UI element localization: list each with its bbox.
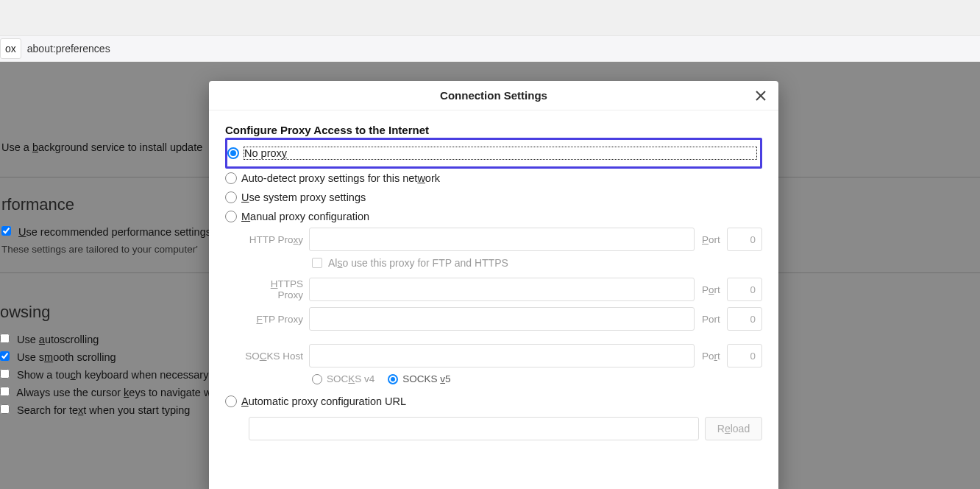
url-text: about:preferences xyxy=(21,43,116,54)
perf-recommended-label: Use recommended performance settings xyxy=(18,226,211,238)
socks-port-label: Port xyxy=(702,351,724,362)
radio-socks-v5[interactable]: SOCKS v5 xyxy=(388,373,450,384)
preferences-page-dimmed: Use a background service to install upda… xyxy=(0,62,980,489)
connection-settings-dialog: Connection Settings Configure Proxy Acce… xyxy=(209,81,778,489)
reload-label: Reload xyxy=(717,423,750,435)
socks-v5-label: SOCKS v5 xyxy=(402,373,450,384)
checkbox-icon xyxy=(312,258,322,268)
http-port-label: Port xyxy=(702,234,724,245)
radio-icon xyxy=(225,211,237,222)
dialog-title: Connection Settings xyxy=(440,89,547,102)
radio-icon xyxy=(225,172,237,184)
radio-socks-v4[interactable]: SOCKS v4 xyxy=(312,373,374,384)
socks-host-input[interactable] xyxy=(309,344,695,367)
radio-auto-config-url[interactable]: Automatic proxy configuration URL xyxy=(225,392,762,411)
radio-manual-proxy[interactable]: Manual proxy configuration xyxy=(225,207,762,226)
smooth-checkbox xyxy=(0,351,10,361)
socks-host-label: SOCKS Host xyxy=(243,351,306,362)
ftp-proxy-label: FTP Proxy xyxy=(243,314,306,325)
perf-recommended-checkbox xyxy=(1,226,11,236)
http-proxy-input[interactable] xyxy=(309,228,695,251)
radio-icon xyxy=(225,191,237,203)
ftp-port-input[interactable] xyxy=(727,307,762,331)
searchtext-checkbox xyxy=(0,404,10,414)
cursorkeys-checkbox xyxy=(0,387,10,396)
share-proxy-checkbox-row[interactable]: Also use this proxy for FTP and HTTPS xyxy=(312,257,762,269)
socks-v4-label: SOCKS v4 xyxy=(327,373,374,384)
radio-no-proxy-label: No proxy xyxy=(244,147,757,160)
https-proxy-input[interactable] xyxy=(309,278,695,301)
close-icon xyxy=(756,91,766,101)
http-port-input[interactable] xyxy=(727,228,762,251)
https-port-label: Port xyxy=(702,284,724,295)
radio-no-proxy[interactable]: No proxy xyxy=(227,143,757,163)
ftp-proxy-input[interactable] xyxy=(309,307,695,331)
reload-button[interactable]: Reload xyxy=(705,417,762,440)
radio-icon xyxy=(225,395,237,407)
no-proxy-highlight: No proxy xyxy=(225,138,762,169)
radio-icon xyxy=(312,374,322,384)
radio-icon xyxy=(388,374,398,384)
socks-port-input[interactable] xyxy=(727,344,762,367)
radio-system-proxy[interactable]: Use system proxy settings xyxy=(225,188,762,207)
share-proxy-label: Also use this proxy for FTP and HTTPS xyxy=(328,257,508,269)
browser-toolbar xyxy=(0,0,980,35)
ftp-port-label: Port xyxy=(702,314,724,325)
https-proxy-label: HTTPS Proxy xyxy=(243,278,306,300)
close-button[interactable] xyxy=(752,87,770,105)
section-heading: Configure Proxy Access to the Internet xyxy=(225,124,762,136)
autoscroll-checkbox xyxy=(0,334,10,343)
radio-system-proxy-label: Use system proxy settings xyxy=(241,191,366,203)
http-proxy-label: HTTP Proxy xyxy=(243,234,306,245)
radio-manual-proxy-label: Manual proxy configuration xyxy=(241,211,369,222)
radio-icon xyxy=(227,147,239,159)
radio-auto-detect[interactable]: Auto-detect proxy settings for this netw… xyxy=(225,169,762,188)
touchkbd-checkbox xyxy=(0,369,10,379)
https-port-input[interactable] xyxy=(727,278,762,301)
tab-fragment-text: ox xyxy=(5,43,16,54)
updates-service-label: Use a background service to install upda… xyxy=(1,141,202,153)
tab-fragment: ox xyxy=(0,38,21,59)
radio-auto-config-url-label: Automatic proxy configuration URL xyxy=(241,395,406,407)
auto-config-url-input[interactable] xyxy=(249,417,699,440)
radio-auto-detect-label: Auto-detect proxy settings for this netw… xyxy=(241,172,440,184)
address-bar: ox about:preferences xyxy=(0,35,980,62)
